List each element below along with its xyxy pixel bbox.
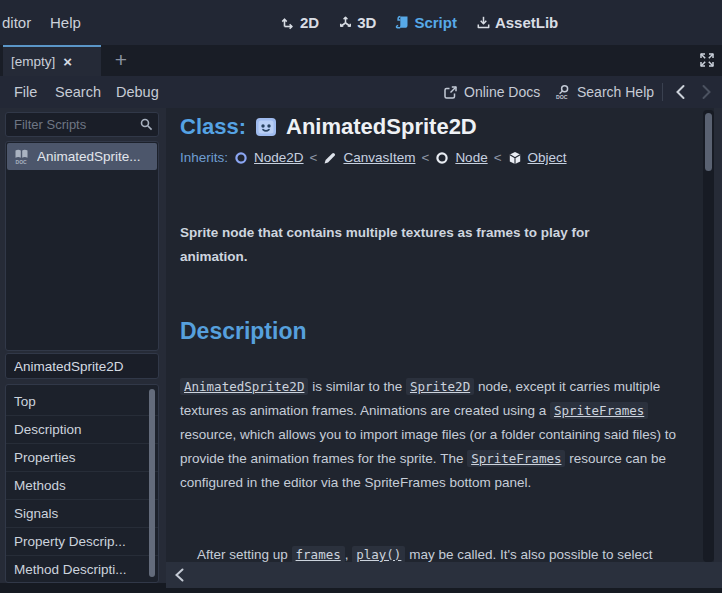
expand-panel-icon[interactable]: [698, 51, 716, 69]
filter-scripts-input[interactable]: [5, 112, 159, 137]
menubar-separator: [662, 83, 663, 101]
link-animatedsprite2d-code[interactable]: AnimatedSprite2D: [180, 378, 308, 395]
description-text: may be called. It's also possible to sel…: [405, 547, 652, 562]
workspace-2d-button[interactable]: 2D: [281, 14, 319, 31]
tab-empty-label: [empty]: [11, 54, 55, 69]
section-item-top[interactable]: Top: [6, 388, 158, 416]
menu-file[interactable]: File: [14, 76, 37, 108]
script-icon: [395, 15, 410, 30]
workspace-switcher: 2D 3D Script AssetLib: [281, 0, 558, 45]
class-title: Class: AnimatedSprite2D: [180, 114, 477, 140]
2d-icon: [281, 15, 296, 30]
class-name-heading: AnimatedSprite2D: [286, 114, 477, 140]
workspace-script-label: Script: [414, 14, 457, 31]
svg-text:DOC: DOC: [556, 94, 568, 100]
brief-description: Sprite node that contains multiple textu…: [180, 221, 660, 269]
inherits-separator: <: [421, 150, 429, 165]
link-frames-code[interactable]: frames: [292, 546, 345, 563]
scripts-list: [5, 141, 159, 351]
bottom-panel-bar: [166, 562, 722, 588]
section-item-methods[interactable]: Methods: [6, 472, 158, 500]
link-spriteframes-code[interactable]: SpriteFrames: [467, 450, 565, 467]
menu-debug[interactable]: Debug: [116, 76, 159, 108]
inherits-separator: <: [494, 150, 502, 165]
class-prefix-label: Class:: [180, 114, 246, 140]
link-play-code[interactable]: play(): [352, 546, 405, 563]
godot-editor-window: ditor Help 2D 3D Script AssetLib [empty]…: [0, 0, 722, 593]
link-sprite2d-code[interactable]: Sprite2D: [406, 378, 474, 395]
new-tab-button[interactable]: +: [108, 45, 134, 76]
workspace-3d-button[interactable]: 3D: [338, 14, 376, 31]
workspace-assetlib-button[interactable]: AssetLib: [476, 14, 558, 31]
doc-search-icon: DOC: [555, 84, 571, 100]
window-bottom-edge-2: [166, 588, 722, 593]
link-node[interactable]: Node: [455, 150, 487, 165]
workspace-assetlib-label: AssetLib: [495, 14, 558, 31]
section-item-properties[interactable]: Properties: [6, 444, 158, 472]
node2d-icon: [234, 151, 248, 165]
assetlib-icon: [476, 15, 491, 30]
description-text: After setting up: [197, 547, 292, 562]
3d-icon: [338, 15, 353, 30]
search-help-button[interactable]: DOC Search Help: [555, 76, 654, 108]
doc-sections-list: Top Description Properties Methods Signa…: [5, 384, 159, 583]
sections-scrollbar[interactable]: [149, 389, 155, 577]
workspace-script-button[interactable]: Script: [395, 14, 457, 31]
section-item-method-descriptions[interactable]: Method Descripti...: [6, 556, 158, 584]
collapse-bottom-panel-icon[interactable]: [172, 567, 188, 583]
link-canvasitem[interactable]: CanvasItem: [343, 150, 415, 165]
menu-help[interactable]: Help: [50, 0, 81, 45]
class-name-field[interactable]: [5, 353, 159, 379]
search-help-label: Search Help: [577, 84, 654, 100]
script-item-animatedsprite2d[interactable]: DOC AnimatedSprite...: [7, 143, 157, 170]
canvasitem-icon: [323, 151, 337, 165]
menu-editor[interactable]: ditor: [2, 0, 31, 45]
doc-book-icon: DOC: [13, 148, 30, 165]
history-forward-icon[interactable]: [697, 83, 715, 101]
online-docs-label: Online Docs: [464, 84, 540, 100]
external-link-icon: [443, 85, 458, 100]
node-icon: [435, 151, 449, 165]
link-object[interactable]: Object: [528, 150, 567, 165]
description-text: is similar to the: [308, 379, 406, 394]
search-icon: [139, 117, 154, 132]
menu-search[interactable]: Search: [55, 76, 101, 108]
section-item-property-descriptions[interactable]: Property Descrip...: [6, 528, 158, 556]
inherits-line: Inherits: Node2D < CanvasItem < Node < O…: [180, 150, 567, 165]
script-item-label: AnimatedSprite...: [37, 149, 141, 164]
description-heading: Description: [180, 318, 307, 345]
link-node2d[interactable]: Node2D: [254, 150, 304, 165]
inherits-label: Inherits:: [180, 150, 228, 165]
workspace-3d-label: 3D: [357, 14, 376, 31]
doc-scrollbar-track[interactable]: [703, 110, 714, 562]
doc-scrollbar-thumb[interactable]: [705, 113, 712, 171]
section-item-signals[interactable]: Signals: [6, 500, 158, 528]
link-spriteframes-code[interactable]: SpriteFrames: [550, 402, 648, 419]
tab-close-icon[interactable]: ×: [63, 54, 72, 69]
tab-empty[interactable]: [empty] ×: [3, 45, 101, 76]
section-item-description[interactable]: Description: [6, 416, 158, 444]
inherits-separator: <: [310, 150, 318, 165]
svg-text:DOC: DOC: [16, 159, 28, 165]
online-docs-button[interactable]: Online Docs: [443, 76, 540, 108]
description-paragraph: AnimatedSprite2D is similar to the Sprit…: [180, 375, 688, 495]
history-back-icon[interactable]: [672, 83, 690, 101]
workspace-2d-label: 2D: [300, 14, 319, 31]
animatedsprite2d-class-icon: [254, 115, 278, 139]
object-icon: [508, 151, 522, 165]
